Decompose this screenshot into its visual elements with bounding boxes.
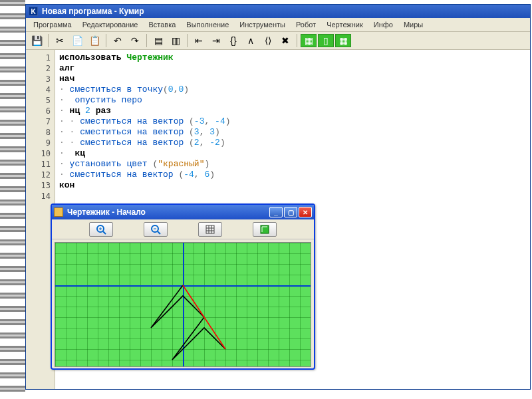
line-number: 2 (26, 63, 51, 74)
code-line[interactable]: · · сместиться на вектор (-3, -4) (59, 116, 526, 127)
line-number: 3 (26, 74, 51, 84)
code-line[interactable]: кон (59, 180, 526, 191)
line-number: 5 (26, 95, 51, 106)
menu-item-8[interactable]: Миры (399, 19, 428, 30)
redo-button[interactable]: ↷ (127, 33, 143, 48)
paste-button[interactable]: 📋 (86, 33, 102, 48)
menu-item-0[interactable]: Программа (29, 19, 76, 30)
code-line[interactable]: · сместиться на вектор (-4, 6) (59, 170, 526, 180)
menu-item-2[interactable]: Вставка (144, 19, 180, 30)
code-line[interactable]: использовать Чертежник (59, 53, 526, 63)
save-button[interactable]: 💾 (29, 33, 45, 48)
drawer-window[interactable]: Чертежник - Начало _ ▢ ✕ (51, 203, 315, 370)
line-number: 13 (26, 180, 51, 191)
zoom-out-button[interactable] (144, 222, 168, 237)
code-line[interactable]: · · сместиться на вектор (2, -2) (59, 138, 526, 148)
code-line[interactable] (59, 191, 526, 201)
close-button[interactable]: ✕ (299, 207, 312, 217)
menu-item-5[interactable]: Робот (291, 19, 321, 30)
line-number: 4 (26, 84, 51, 95)
run-button[interactable]: {} (225, 33, 241, 48)
code-line[interactable]: · нц 2 раз (59, 106, 526, 116)
line-number: 12 (26, 170, 51, 180)
svg-rect-7 (206, 225, 214, 233)
window-title: Новая программа - Кумир (42, 7, 144, 16)
menu-item-3[interactable]: Выполнение (182, 19, 233, 30)
menubar: ПрограммаРедактированиеВставкаВыполнение… (26, 18, 530, 32)
path-black-path-loop1 (151, 285, 204, 328)
svg-line-1 (103, 231, 106, 234)
toolbar: 💾 ✂ 📄 📋 ↶ ↷ ▤ ▥ ⇤ ⇥ {} ∧ ⟨⟩ ✖ ▦ ▯ ▦ (26, 32, 530, 50)
separator (106, 34, 106, 47)
separator (146, 34, 147, 47)
drawing-paths (55, 243, 311, 367)
line-number: 6 (26, 106, 51, 116)
svg-line-5 (158, 231, 160, 234)
separator (187, 34, 188, 47)
step-in-button[interactable]: ⇤ (191, 33, 207, 48)
world-grid1-button[interactable]: ▦ (301, 34, 317, 47)
notebook-spiral (0, 0, 25, 399)
fit-button[interactable] (253, 222, 277, 237)
world-grid3-button[interactable]: ▦ (335, 34, 351, 47)
drawer-icon (54, 207, 63, 217)
drawer-toolbar (52, 219, 314, 239)
drawing-canvas[interactable] (55, 242, 311, 367)
code-line[interactable]: · опустить перо (59, 95, 526, 106)
canvas-container (52, 239, 314, 370)
code-line[interactable]: · сместиться в точку(0,0) (59, 84, 526, 95)
line-number: 9 (26, 138, 51, 148)
code-line[interactable]: нач (59, 74, 526, 84)
step-over-button[interactable]: ⇥ (208, 33, 224, 48)
undo-button[interactable]: ↶ (110, 33, 126, 48)
menu-item-6[interactable]: Чертежник (322, 19, 368, 30)
zoom-in-button[interactable] (89, 222, 113, 237)
maximize-button[interactable]: ▢ (284, 207, 297, 217)
path-black-path-loop2 (172, 317, 225, 360)
menu-item-1[interactable]: Редактирование (78, 19, 143, 30)
titlebar[interactable]: K Новая программа - Кумир (26, 5, 530, 18)
drawer-title: Чертежник - Начало (67, 207, 146, 217)
stop-button[interactable]: ✖ (277, 33, 293, 48)
menu-item-7[interactable]: Инфо (369, 19, 398, 30)
line-number: 7 (26, 116, 51, 127)
code-line[interactable]: алг (59, 63, 526, 74)
step-button[interactable]: ∧ (243, 33, 259, 48)
line-number: 10 (26, 148, 51, 159)
line-number: 14 (26, 191, 51, 201)
line-number: 8 (26, 127, 51, 138)
window-controls: _ ▢ ✕ (269, 207, 312, 217)
list2-button[interactable]: ▥ (168, 33, 184, 48)
grid-button[interactable] (198, 222, 222, 237)
code-line[interactable]: · установить цвет ("красный") (59, 159, 526, 170)
path-red-vector (183, 285, 225, 349)
menu-item-4[interactable]: Инструменты (235, 19, 290, 30)
code-line[interactable]: · кц (59, 148, 526, 159)
line-number: 1 (26, 53, 51, 63)
app-icon: K (29, 7, 38, 16)
world-grid2-button[interactable]: ▯ (318, 34, 334, 47)
line-number: 11 (26, 159, 51, 170)
drawer-titlebar[interactable]: Чертежник - Начало _ ▢ ✕ (52, 205, 314, 219)
minimize-button[interactable]: _ (269, 207, 283, 217)
copy-button[interactable]: 📄 (69, 33, 85, 48)
cut-button[interactable]: ✂ (52, 33, 68, 48)
code-line[interactable]: · · сместиться на вектор (3, 3) (59, 127, 526, 138)
list1-button[interactable]: ▤ (150, 33, 166, 48)
stop-in-button[interactable]: ⟨⟩ (260, 33, 276, 48)
separator (48, 34, 49, 47)
separator (297, 34, 297, 47)
